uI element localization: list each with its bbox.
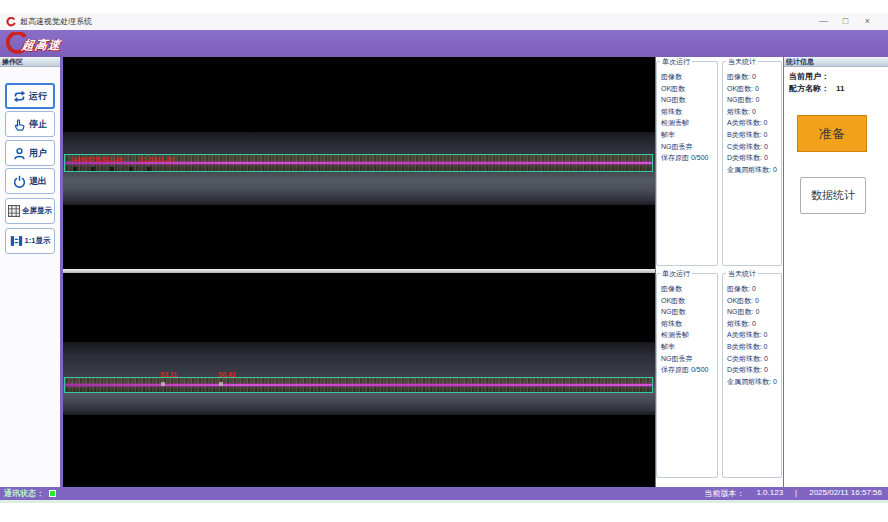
stat-row: 图像数: 0: [727, 71, 780, 83]
one-to-one-button-label: 1:1显示: [25, 236, 51, 246]
operation-sidebar: 操作区 运行 停止 用户 退出 全屏显示 1:1显示: [0, 57, 60, 487]
power-icon: [13, 175, 26, 188]
camera2-bead-highlight-line: [65, 384, 652, 386]
user-button[interactable]: 用户: [5, 140, 55, 166]
version-label: 当前版本：: [704, 488, 744, 499]
stat-row: NG图数: 0: [727, 94, 780, 106]
grid-fullscreen-icon: [8, 205, 20, 217]
stat-row: 帧率: [661, 341, 716, 353]
comm-status-indicator: [49, 490, 56, 497]
camera1-daily-stats-groupbox: 当天统计 图像数: 0OK图数: 0NG图数: 0熔珠数: 0A类熔珠数: 0B…: [722, 61, 782, 266]
data-statistics-button[interactable]: 数据统计: [800, 177, 866, 214]
user-button-label: 用户: [29, 147, 47, 160]
inner-camera-view: 53.11 56.43: [63, 273, 655, 487]
camera2-annotation: 53.11: [160, 371, 177, 378]
groupbox-title: 当天统计: [726, 269, 758, 279]
run-button-label: 运行: [29, 90, 47, 103]
statistics-info-panel: 统计信息 当前用户： 配方名称：11 准备 数据统计: [784, 57, 888, 487]
exit-button-label: 退出: [29, 175, 47, 188]
stat-row: 检测丢帧: [661, 329, 716, 341]
stat-row: 帧率: [661, 129, 716, 141]
camera2-annotation: 56.43: [218, 371, 236, 378]
sidebar-caption: 操作区: [0, 57, 60, 67]
stat-row: A类熔珠数: 0: [727, 329, 780, 341]
groupbox-title: 单次运行: [660, 269, 692, 279]
camera2-feature-mark: [219, 382, 223, 386]
user-icon: [13, 147, 26, 160]
info-panel-caption: 统计信息: [784, 57, 888, 67]
stat-row: NG图丢弃: [661, 353, 716, 365]
daily-stats-list: 图像数: 0OK图数: 0NG图数: 0熔珠数: 0A类熔珠数: 0B类熔珠数:…: [727, 283, 780, 387]
stat-row: A类熔珠数: 0: [727, 117, 780, 129]
camera2-single-run-groupbox: 单次运行 图像数OK图数NG图数熔珠数检测丢帧帧率NG图丢弃保存原图 0/500: [656, 273, 718, 478]
status-separator: |: [795, 488, 797, 499]
window-title: 超高速视觉处理系统: [20, 16, 92, 27]
stat-row: OK图数: [661, 83, 716, 95]
stat-row: 图像数: [661, 71, 716, 83]
minimize-button[interactable]: —: [817, 15, 830, 28]
window-titlebar: 超高速视觉处理系统 — □ ×: [0, 13, 888, 30]
ready-button[interactable]: 准备: [797, 115, 867, 152]
status-bar: 通讯状态： 当前版本： 1.0.123 | 2025/02/11 16:57:5…: [0, 487, 888, 500]
stat-row: D类熔珠数: 0: [727, 364, 780, 376]
camera-image-area: 4490579.531.49 31.5341.49 53.11 56.43: [63, 57, 655, 487]
stat-row: OK图数: 0: [727, 295, 780, 307]
stop-button-label: 停止: [29, 118, 47, 131]
stat-row: 熔珠数: 0: [727, 106, 780, 118]
stat-row: 检测丢帧: [661, 117, 716, 129]
camera1-feature-mark: [129, 167, 133, 171]
one-to-one-button[interactable]: 1:1显示: [5, 228, 55, 254]
stat-row: 保存原图 0/500: [661, 364, 716, 376]
maximize-button[interactable]: □: [839, 15, 852, 28]
camera1-feature-mark: [147, 167, 151, 171]
bottom-accent-strip: [0, 500, 888, 503]
fullscreen-button-label: 全屏显示: [22, 206, 52, 216]
stats-area: 单次运行 图像数OK图数NG图数熔珠数检测丢帧帧率NG图丢弃保存原图 0/500…: [656, 57, 783, 487]
single-run-stats-list: 图像数OK图数NG图数熔珠数检测丢帧帧率NG图丢弃保存原图 0/500: [661, 283, 716, 376]
camera1-single-run-groupbox: 单次运行 图像数OK图数NG图数熔珠数检测丢帧帧率NG图丢弃保存原图 0/500: [656, 61, 718, 266]
exit-button[interactable]: 退出: [5, 168, 55, 194]
app-logo-icon: [6, 17, 16, 27]
stat-row: B类熔珠数: 0: [727, 129, 780, 141]
stop-button[interactable]: 停止: [5, 111, 55, 137]
stat-row: 熔珠数: [661, 318, 716, 330]
stat-row: NG图数: [661, 306, 716, 318]
camera1-feature-mark: [73, 167, 77, 171]
current-user-label: 当前用户：: [789, 71, 829, 82]
main-content: 操作区 运行 停止 用户 退出 全屏显示 1:1显示: [0, 57, 888, 487]
daily-stats-list: 图像数: 0OK图数: 0NG图数: 0熔珠数: 0A类熔珠数: 0B类熔珠数:…: [727, 71, 780, 175]
camera1-annotation: 4490579.531.49: [72, 156, 123, 163]
stat-row: NG图数: [661, 94, 716, 106]
camera2-feature-mark: [161, 382, 165, 386]
recipe-name-value: 11: [836, 84, 844, 93]
hand-stop-icon: [13, 118, 26, 131]
run-sync-icon: [13, 90, 26, 103]
camera1-feature-mark: [91, 167, 95, 171]
groupbox-title: 当天统计: [726, 57, 758, 67]
app-header: 超高速 IVision视觉处理系统 熔珠端面检测 配方 设置 外侧相机 内侧相机…: [0, 30, 888, 57]
single-run-stats-list: 图像数OK图数NG图数熔珠数检测丢帧帧率NG图丢弃保存原图 0/500: [661, 71, 716, 164]
stat-row: C类熔珠数: 0: [727, 353, 780, 365]
camera2-daily-stats-groupbox: 当天统计 图像数: 0OK图数: 0NG图数: 0熔珠数: 0A类熔珠数: 0B…: [722, 273, 782, 478]
stat-row: C类熔珠数: 0: [727, 141, 780, 153]
datetime-value: 2025/02/11 16:57:56: [809, 488, 882, 499]
stat-row: 图像数: 0: [727, 283, 780, 295]
close-button[interactable]: ×: [861, 15, 874, 28]
stat-row: OK图数: 0: [727, 83, 780, 95]
stat-row: OK图数: [661, 295, 716, 307]
one-to-one-icon: [10, 235, 23, 247]
stat-row: 金属屑熔珠数: 0: [727, 376, 780, 388]
fullscreen-button[interactable]: 全屏显示: [5, 198, 55, 224]
stat-row: B类熔珠数: 0: [727, 341, 780, 353]
stat-row: NG图丢弃: [661, 141, 716, 153]
version-value: 1.0.123: [756, 488, 783, 499]
camera1-annotation: 31.5341.49: [139, 156, 174, 163]
stat-row: D类熔珠数: 0: [727, 152, 780, 164]
stat-row: NG图数: 0: [727, 306, 780, 318]
groupbox-title: 单次运行: [660, 57, 692, 67]
run-button[interactable]: 运行: [5, 83, 55, 109]
comm-status-label: 通讯状态：: [4, 488, 44, 499]
brand-logo: 超高速: [5, 32, 103, 55]
recipe-name-label: 配方名称：: [789, 84, 829, 93]
stat-row: 图像数: [661, 283, 716, 295]
